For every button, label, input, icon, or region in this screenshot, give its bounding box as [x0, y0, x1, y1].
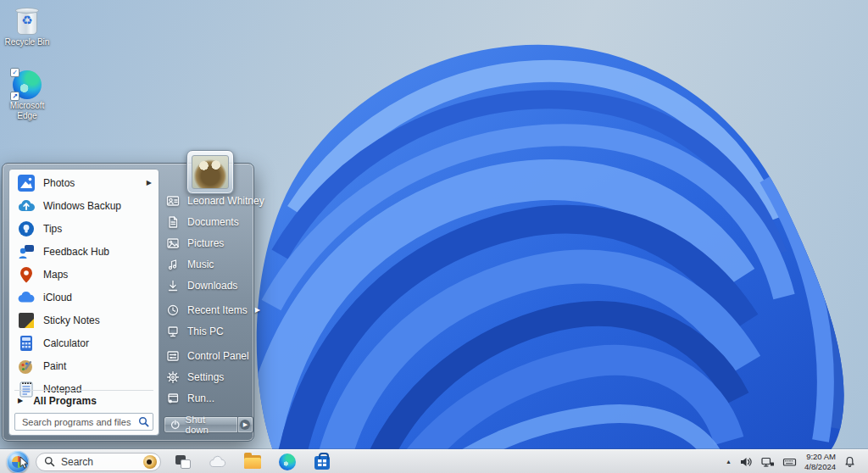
- start-menu-item-control-panel[interactable]: Control Panel: [164, 345, 247, 366]
- user-avatar-photo: [192, 155, 229, 189]
- edge-desktop-icon: ✓ ↗: [13, 70, 42, 99]
- clock-time: 9:20 AM: [806, 452, 836, 461]
- power-icon: [170, 420, 181, 430]
- photos-icon: [16, 173, 36, 192]
- start-menu-item-tips[interactable]: Tips: [11, 217, 157, 240]
- gear-icon: [166, 370, 180, 384]
- start-menu-item-settings[interactable]: Settings: [164, 366, 247, 387]
- shutdown-button[interactable]: Shut down: [164, 416, 238, 433]
- start-menu-item-windows-backup[interactable]: Windows Backup: [11, 194, 157, 217]
- task-view-icon: [175, 455, 191, 469]
- clock-date: 4/8/2024: [804, 462, 836, 471]
- start-menu-item-photos[interactable]: Photos ▶: [11, 171, 157, 194]
- start-menu: Photos ▶ Windows Backup Tips Feedbac: [2, 163, 254, 442]
- all-programs-arrow-icon: ▶: [18, 397, 23, 404]
- taskbar-clock[interactable]: 9:20 AM 4/8/2024: [804, 452, 836, 471]
- maps-icon: [16, 264, 36, 284]
- start-menu-app-list: Photos ▶ Windows Backup Tips Feedbac: [8, 169, 159, 436]
- task-view-button[interactable]: [173, 452, 193, 472]
- picture-icon: [166, 236, 180, 250]
- user-card-icon: [166, 194, 180, 208]
- mouse-cursor-icon: [19, 457, 31, 470]
- start-menu-search-input[interactable]: [14, 413, 153, 431]
- taskbar-search-box[interactable]: Search: [36, 453, 161, 471]
- shortcut-arrow-icon: ↗: [10, 92, 19, 101]
- microsoft-store-button[interactable]: [312, 452, 332, 472]
- volume-speaker-icon[interactable]: [739, 455, 753, 469]
- windows-backup-icon: [16, 196, 36, 215]
- touch-keyboard-icon[interactable]: [782, 455, 797, 469]
- music-note-icon: [166, 258, 180, 271]
- sticky-notes-icon: [16, 310, 36, 330]
- selected-checkbox-icon[interactable]: ✓: [10, 68, 19, 77]
- shutdown-control: Shut down ▶: [164, 416, 253, 433]
- microsoft-store-icon: [314, 456, 330, 470]
- control-panel-icon: [166, 349, 180, 363]
- desktop-screen: ♻ Recycle Bin ✓ ↗ Microsoft Edge Photos …: [0, 0, 868, 473]
- desktop-icon-recycle-bin[interactable]: ♻ Recycle Bin: [3, 5, 51, 47]
- file-explorer-folder-icon: [244, 455, 261, 469]
- notification-bell-icon[interactable]: [843, 455, 856, 469]
- hidden-icons-chevron[interactable]: ▲: [726, 459, 732, 465]
- all-programs-button[interactable]: ▶ All Programs: [14, 390, 153, 410]
- network-icon[interactable]: [760, 455, 775, 469]
- start-menu-item-pictures[interactable]: Pictures: [164, 232, 247, 253]
- start-menu-search: [14, 413, 153, 431]
- recycle-bin-label: Recycle Bin: [5, 37, 50, 47]
- search-highlight-eye-icon[interactable]: [143, 455, 157, 469]
- edge-browser-icon: [279, 454, 296, 470]
- weather-cloud-icon: [209, 455, 226, 468]
- start-menu-item-maps[interactable]: Maps: [11, 263, 157, 286]
- download-arrow-icon: [166, 279, 180, 292]
- edge-browser-button[interactable]: [277, 452, 298, 472]
- recent-items-arrow-icon: ▶: [255, 306, 260, 314]
- search-magnifier-icon: [44, 456, 55, 467]
- taskbar: Search ▲ 9:20: [0, 449, 868, 473]
- start-menu-item-recent-items[interactable]: Recent Items ▶: [164, 299, 247, 320]
- widgets-weather-button[interactable]: [208, 452, 228, 472]
- shutdown-arrow-icon: ▶: [240, 420, 250, 430]
- file-explorer-button[interactable]: [242, 452, 263, 472]
- monitor-icon: [166, 325, 180, 338]
- recycle-bin-icon: ♻: [14, 5, 40, 36]
- submenu-arrow-icon: ▶: [147, 179, 152, 186]
- system-tray: ▲ 9:20 AM 4/8/2024: [726, 452, 861, 471]
- start-menu-item-music[interactable]: Music: [164, 253, 247, 275]
- calculator-icon: [16, 333, 36, 353]
- start-menu-item-calculator[interactable]: Calculator: [11, 331, 157, 354]
- start-button[interactable]: [7, 451, 29, 473]
- start-menu-item-documents[interactable]: Documents: [164, 211, 247, 232]
- start-menu-item-run[interactable]: Run...: [164, 387, 247, 409]
- shutdown-options-arrow-button[interactable]: ▶: [238, 416, 253, 433]
- icloud-icon: [16, 287, 36, 307]
- user-avatar[interactable]: [186, 150, 234, 194]
- run-window-icon: [166, 392, 180, 405]
- start-menu-item-feedback-hub[interactable]: Feedback Hub: [11, 240, 157, 263]
- start-menu-item-icloud[interactable]: iCloud: [11, 286, 157, 309]
- edge-label: Microsoft Edge: [3, 101, 51, 120]
- start-menu-item-this-pc[interactable]: This PC: [164, 320, 247, 342]
- taskbar-pinned-icons: [173, 452, 332, 472]
- start-menu-right-column: Leonard Whitney Documents Pictures: [164, 190, 247, 405]
- start-menu-item-user[interactable]: Leonard Whitney: [164, 190, 247, 211]
- start-menu-item-downloads[interactable]: Downloads: [164, 275, 247, 296]
- start-menu-item-paint[interactable]: Paint: [11, 354, 157, 377]
- tips-icon: [16, 219, 36, 238]
- clock-icon: [166, 303, 180, 317]
- paint-icon: [16, 356, 36, 376]
- feedback-hub-icon: [16, 242, 36, 261]
- taskbar-search-placeholder: Search: [61, 456, 93, 468]
- search-magnifier-icon: [138, 416, 149, 427]
- document-icon: [166, 215, 180, 229]
- desktop-icon-microsoft-edge[interactable]: ✓ ↗ Microsoft Edge: [3, 70, 51, 120]
- start-menu-item-sticky-notes[interactable]: Sticky Notes: [11, 309, 157, 331]
